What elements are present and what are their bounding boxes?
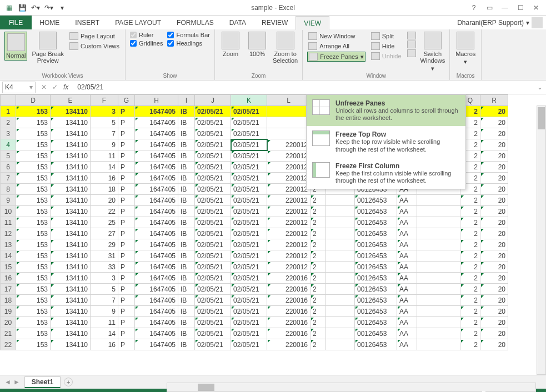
worksheet-grid[interactable]: DEFGHIJKLMNOPQR11531341103P1647405IB02/0…: [0, 94, 546, 375]
cell[interactable]: 2: [460, 228, 480, 239]
hide-button[interactable]: Hide: [370, 42, 403, 51]
cell[interactable]: 20: [480, 106, 508, 117]
cell[interactable]: 1647405: [135, 250, 178, 262]
cell[interactable]: AA: [397, 250, 417, 262]
cell[interactable]: 1647405: [135, 195, 178, 206]
cell[interactable]: 20: [480, 317, 508, 328]
cell[interactable]: 00126453: [355, 295, 397, 306]
cell[interactable]: 20: [480, 328, 508, 339]
cell[interactable]: 134110: [51, 173, 91, 184]
cell[interactable]: IB: [178, 206, 195, 217]
cell[interactable]: [326, 273, 355, 284]
cell[interactable]: AA: [397, 239, 417, 250]
row-header[interactable]: 12: [1, 228, 16, 239]
tab-review[interactable]: REVIEW: [254, 16, 295, 29]
cell[interactable]: P: [118, 228, 135, 239]
cell[interactable]: AA: [397, 228, 417, 239]
cell[interactable]: [326, 284, 355, 295]
ruler-checkbox[interactable]: Ruler: [130, 32, 163, 38]
cell[interactable]: 9: [91, 139, 118, 150]
row-header[interactable]: 22: [1, 339, 16, 350]
cell[interactable]: 1647405: [135, 328, 178, 339]
cell[interactable]: 134110: [51, 117, 91, 128]
cell[interactable]: 153: [16, 150, 51, 162]
cell[interactable]: P: [118, 273, 135, 284]
cell[interactable]: 153: [16, 195, 51, 206]
cell[interactable]: P: [118, 106, 135, 117]
cell[interactable]: 00126453: [355, 217, 397, 228]
cell[interactable]: 2: [460, 295, 480, 306]
cell[interactable]: 00126453: [355, 195, 397, 206]
cell[interactable]: 2: [460, 195, 480, 206]
cell[interactable]: [417, 339, 460, 350]
cell[interactable]: 20: [480, 250, 508, 262]
cell[interactable]: AA: [397, 206, 417, 217]
cell[interactable]: 02/05/21: [231, 162, 267, 173]
cell[interactable]: 00126453: [355, 228, 397, 239]
row-header[interactable]: 16: [1, 273, 16, 284]
cell[interactable]: 02/05/21: [231, 173, 267, 184]
tab-formulas[interactable]: FORMULAS: [169, 16, 222, 29]
cell[interactable]: 20: [480, 273, 508, 284]
cell[interactable]: 153: [16, 317, 51, 328]
cell[interactable]: 220012: [267, 262, 310, 273]
cell[interactable]: 02/05/21: [195, 206, 231, 217]
zoom-button[interactable]: Zoom: [219, 32, 242, 57]
cell[interactable]: 02/05/21: [231, 306, 267, 317]
cell[interactable]: 1647405: [135, 128, 178, 139]
cell[interactable]: 02/05/21: [195, 306, 231, 317]
minimize-icon[interactable]: —: [498, 2, 512, 13]
cell[interactable]: AA: [397, 306, 417, 317]
cell[interactable]: 153: [16, 217, 51, 228]
cell[interactable]: 220016: [267, 284, 310, 295]
cell[interactable]: 20: [91, 195, 118, 206]
cell[interactable]: 134110: [51, 317, 91, 328]
column-header-J[interactable]: J: [195, 95, 231, 106]
row-header[interactable]: 8: [1, 184, 16, 195]
cell[interactable]: 1647405: [135, 117, 178, 128]
cell[interactable]: 153: [16, 306, 51, 317]
cell[interactable]: 153: [16, 128, 51, 139]
cell[interactable]: 2: [310, 339, 326, 350]
cell[interactable]: 2: [310, 284, 326, 295]
reset-pos-icon[interactable]: [407, 41, 416, 48]
cell[interactable]: 153: [16, 139, 51, 150]
row-header[interactable]: 4: [1, 139, 16, 150]
sync-scroll-icon[interactable]: [407, 32, 416, 39]
cell[interactable]: 1647405: [135, 262, 178, 273]
cell[interactable]: [417, 250, 460, 262]
page-layout-button[interactable]: Page Layout: [68, 32, 121, 41]
column-header-R[interactable]: R: [480, 95, 508, 106]
cell[interactable]: IB: [178, 184, 195, 195]
cell[interactable]: 153: [16, 117, 51, 128]
cell[interactable]: 02/05/21: [231, 328, 267, 339]
cell[interactable]: 153: [16, 262, 51, 273]
sheet-tab-sheet1[interactable]: Sheet1: [24, 376, 61, 388]
cell[interactable]: P: [118, 117, 135, 128]
cell[interactable]: 134110: [51, 217, 91, 228]
cell[interactable]: P: [118, 284, 135, 295]
cell[interactable]: 00126453: [355, 262, 397, 273]
cell[interactable]: 1647405: [135, 339, 178, 350]
cell[interactable]: [326, 295, 355, 306]
cell[interactable]: 220012: [267, 139, 310, 150]
cell[interactable]: P: [118, 184, 135, 195]
cell[interactable]: 02/05/21: [195, 262, 231, 273]
row-header[interactable]: 17: [1, 284, 16, 295]
cell[interactable]: 02/05/21: [195, 339, 231, 350]
cell[interactable]: 2: [460, 284, 480, 295]
cell[interactable]: P: [118, 262, 135, 273]
cell[interactable]: 02/05/21: [231, 250, 267, 262]
cell[interactable]: 14: [91, 328, 118, 339]
cell[interactable]: 11: [91, 150, 118, 162]
cell[interactable]: 02/05/21: [231, 239, 267, 250]
row-header[interactable]: 2: [1, 117, 16, 128]
ribbon-display-icon[interactable]: ▭: [483, 2, 496, 13]
cell[interactable]: 00126453: [355, 273, 397, 284]
cell[interactable]: 20: [480, 206, 508, 217]
cell[interactable]: 220012: [267, 206, 310, 217]
cell[interactable]: AA: [397, 284, 417, 295]
cell[interactable]: 220012: [267, 217, 310, 228]
cell[interactable]: 220016: [267, 306, 310, 317]
cell[interactable]: IB: [178, 150, 195, 162]
